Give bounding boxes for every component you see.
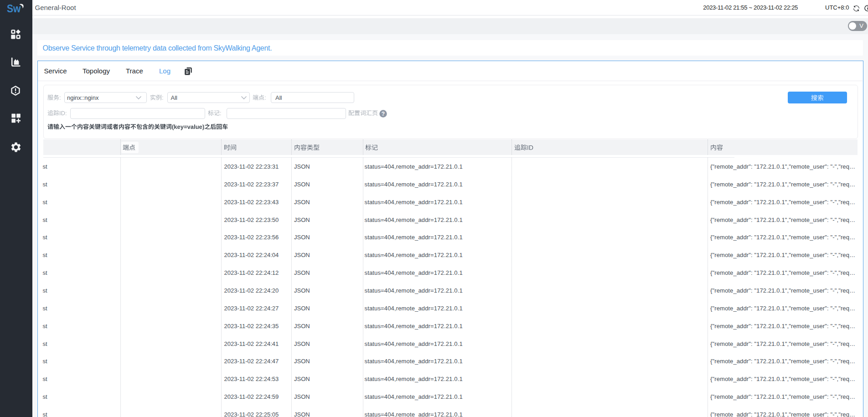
svg-text:?: ? [382,110,385,117]
